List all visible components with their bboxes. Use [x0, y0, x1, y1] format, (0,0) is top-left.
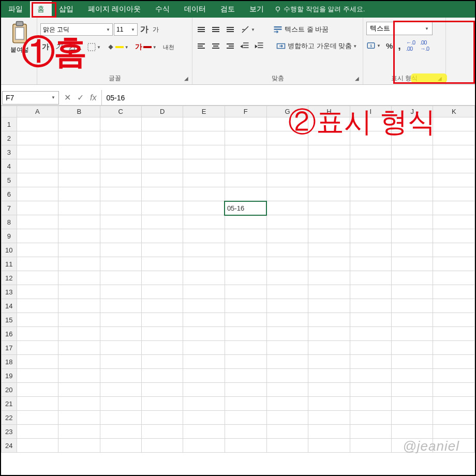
cell[interactable] [142, 257, 183, 271]
row-header[interactable]: 15 [2, 313, 17, 327]
cell[interactable] [17, 271, 58, 285]
row-header[interactable]: 22 [2, 411, 17, 425]
cell[interactable] [100, 369, 141, 383]
cell[interactable] [183, 341, 225, 355]
cell[interactable] [17, 159, 58, 173]
number-launcher[interactable]: ◢ [436, 75, 443, 82]
cell[interactable] [225, 173, 266, 187]
cell[interactable] [100, 257, 141, 271]
column-header[interactable]: J [392, 106, 433, 117]
align-left-button[interactable] [196, 41, 207, 51]
cell[interactable] [58, 425, 100, 439]
cell[interactable] [392, 159, 433, 173]
cell[interactable] [350, 439, 391, 453]
cell[interactable] [433, 341, 475, 355]
cell[interactable] [308, 299, 350, 313]
cell[interactable] [392, 313, 433, 327]
cell[interactable] [142, 173, 183, 187]
cell[interactable] [100, 131, 141, 145]
row-header[interactable]: 11 [2, 257, 17, 271]
cell[interactable] [433, 327, 475, 341]
cell[interactable] [392, 257, 433, 271]
cell[interactable] [100, 411, 141, 425]
column-header[interactable]: E [183, 106, 225, 117]
row-header[interactable]: 4 [2, 159, 17, 173]
cell[interactable] [58, 327, 100, 341]
cell[interactable] [433, 355, 475, 369]
align-right-button[interactable] [225, 41, 236, 51]
cell[interactable] [433, 187, 475, 201]
row-header[interactable]: 19 [2, 369, 17, 383]
cell[interactable] [58, 187, 100, 201]
cell[interactable] [392, 145, 433, 159]
cell[interactable] [350, 131, 391, 145]
cell[interactable] [392, 285, 433, 299]
cell[interactable] [392, 229, 433, 243]
increase-font-button[interactable]: 가 [139, 24, 150, 35]
cell[interactable] [266, 313, 308, 327]
row-header[interactable]: 21 [2, 397, 17, 411]
cell[interactable] [183, 327, 225, 341]
cell[interactable] [433, 271, 475, 285]
fx-button[interactable]: fx [90, 93, 96, 102]
decrease-indent-button[interactable] [239, 41, 250, 51]
align-launcher[interactable]: ◢ [353, 75, 361, 82]
cell[interactable] [392, 327, 433, 341]
cell[interactable] [58, 229, 100, 243]
cell[interactable] [308, 369, 350, 383]
cell[interactable] [142, 369, 183, 383]
cell[interactable] [183, 271, 225, 285]
cell[interactable] [350, 145, 391, 159]
tab-data[interactable]: 데이터 [177, 1, 213, 18]
cell[interactable] [100, 159, 141, 173]
cell[interactable] [142, 229, 183, 243]
cell[interactable] [183, 117, 225, 131]
cell[interactable] [17, 383, 58, 397]
cell[interactable] [225, 411, 266, 425]
cell[interactable] [433, 439, 475, 453]
cell[interactable] [225, 327, 266, 341]
cell[interactable] [183, 159, 225, 173]
row-header[interactable]: 16 [2, 327, 17, 341]
cell[interactable] [58, 285, 100, 299]
cell[interactable] [225, 131, 266, 145]
cell[interactable] [433, 117, 475, 131]
font-name-selector[interactable]: 맑은 고딕 ▼ [40, 23, 113, 36]
cell[interactable] [308, 187, 350, 201]
row-header[interactable]: 20 [2, 383, 17, 397]
cell[interactable] [142, 411, 183, 425]
cell[interactable] [392, 355, 433, 369]
cell[interactable] [225, 285, 266, 299]
cell[interactable] [183, 313, 225, 327]
cell[interactable] [183, 369, 225, 383]
cell[interactable] [142, 383, 183, 397]
cell[interactable] [308, 383, 350, 397]
cell[interactable] [142, 271, 183, 285]
name-box[interactable]: F7 ▼ [2, 91, 59, 105]
column-header[interactable]: H [308, 106, 350, 117]
cell[interactable] [225, 397, 266, 411]
cell[interactable] [266, 145, 308, 159]
comma-button[interactable]: , [398, 40, 401, 52]
cell[interactable] [183, 411, 225, 425]
cell[interactable] [308, 285, 350, 299]
border-button[interactable]: ▼ [86, 43, 102, 51]
cell[interactable] [58, 299, 100, 313]
cell[interactable] [17, 257, 58, 271]
accounting-format-button[interactable]: $ ▼ [366, 41, 381, 50]
cell[interactable] [17, 201, 58, 215]
cell[interactable] [142, 285, 183, 299]
column-header[interactable]: G [266, 106, 308, 117]
tab-insert[interactable]: 삽입 [52, 1, 81, 18]
cell[interactable] [266, 257, 308, 271]
row-header[interactable]: 18 [2, 355, 17, 369]
italic-button[interactable]: 가 [54, 42, 64, 52]
row-header[interactable]: 12 [2, 271, 17, 285]
cell[interactable] [266, 229, 308, 243]
cell[interactable] [17, 187, 58, 201]
cell[interactable] [266, 341, 308, 355]
cell[interactable] [142, 201, 183, 215]
paste-icon[interactable] [9, 21, 31, 44]
cell[interactable] [350, 285, 391, 299]
cell[interactable] [266, 243, 308, 257]
